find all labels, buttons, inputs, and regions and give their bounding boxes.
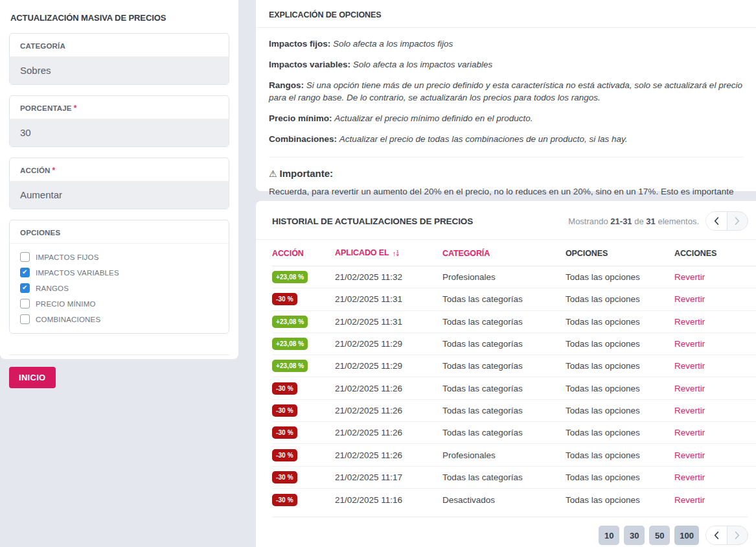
history-header: HISTORIAL DE ACTUALIZACIONES DE PRECIOS … [256,201,756,240]
explanation-term: Combinaciones: [269,134,337,144]
revert-link[interactable]: Revertir [674,384,756,393]
page-title: ACTUALIZACIÓN MASIVA DE PRECIOS [10,13,229,23]
applied-cell: 21/02/2025 11:32 [335,272,442,282]
explanation-term: Impactos fijos: [269,39,330,49]
action-cell: -30 % [272,382,335,395]
applied-cell: 21/02/2025 11:31 [335,294,442,304]
table-row: +23,08 % 21/02/2025 11:29 Todas las cate… [272,355,756,377]
action-badge: -30 % [272,426,297,439]
revert-link[interactable]: Revertir [674,406,756,415]
applied-cell: 21/02/2025 11:31 [335,317,442,327]
revert-link[interactable]: Revertir [674,339,756,349]
showing-total: 31 [646,216,655,226]
showing-range: 21-31 [610,216,632,226]
category-cell: Profesionales [442,272,566,282]
applied-cell: 21/02/2025 11:26 [335,406,442,415]
option-label: IMPACTOS VARIABLES [36,269,119,277]
explanation-divider [269,157,743,157]
table-row: +23,08 % 21/02/2025 11:29 Todas las cate… [272,333,756,355]
combinaciones-checkbox[interactable] [20,314,30,324]
page-size-10-button[interactable]: 10 [599,526,619,545]
revert-link[interactable]: Revertir [674,294,756,304]
action-badge: -30 % [272,449,297,461]
category-cell: Todas las categorías [442,472,566,482]
options-cell: Todas las opciones [566,428,674,437]
form-footer-divider [9,355,229,355]
applied-cell: 21/02/2025 11:26 [335,450,442,460]
pagination-bar: 10 30 50 100 [272,517,748,547]
category-select[interactable]: Sobres [10,57,229,84]
column-header-accion[interactable]: ACCIÓN [272,249,335,258]
important-heading: ⚠Importante: [269,168,743,179]
percentage-field-header: PORCENTAJE* [10,96,229,119]
option-precio-minimo: PRECIO MÍNIMO [20,299,218,308]
impactos-variables-checkbox[interactable] [20,268,30,277]
explanation-desc: Actualizar el precio mínimo definido en … [334,113,533,123]
explanation-term: Precio mínimo: [269,113,332,123]
previous-page-button[interactable] [706,212,727,230]
revert-link[interactable]: Revertir [674,495,756,505]
options-cell: Todas las opciones [566,495,674,505]
top-pager [705,211,748,231]
chevron-left-icon [714,217,719,225]
action-field-card: ACCIÓN* Aumentar [9,157,229,209]
revert-link[interactable]: Revertir [674,472,756,482]
previous-page-button[interactable] [706,526,727,544]
options-list: IMPACTOS FIJOS IMPACTOS VARIABLES RANGOS… [10,244,229,333]
sort-numeric-icon [393,249,399,258]
important-heading-text: Importante: [280,168,334,179]
percentage-field-card: PORCENTAJE* 30 [9,95,229,147]
precio-minimo-checkbox[interactable] [20,299,30,308]
rangos-checkbox[interactable] [20,283,30,293]
table-row: -30 % 21/02/2025 11:26 Todas las categor… [272,422,756,444]
revert-link[interactable]: Revertir [674,272,756,282]
impactos-fijos-checkbox[interactable] [20,252,30,262]
chevron-left-icon [714,531,719,539]
percentage-input[interactable]: 30 [10,119,229,146]
options-cell: Todas las opciones [566,406,674,415]
revert-link[interactable]: Revertir [674,450,756,460]
column-header-categoria[interactable]: CATEGORÍA [442,249,566,258]
action-badge: +23,08 % [272,338,308,350]
start-button[interactable]: INICIO [9,367,56,388]
table-header-row: ACCIÓN APLICADO EL CATEGORÍA OPCIONES AC… [272,240,756,266]
options-card: OPCIONES IMPACTOS FIJOS IMPACTOS VARIABL… [9,220,229,334]
explanation-desc: Actualizar el precio de todas las combin… [339,134,628,144]
action-cell: +23,08 % [272,316,335,328]
bulk-update-form-panel: ACTUALIZACIÓN MASIVA DE PRECIOS CATEGORÍ… [0,0,238,359]
required-asterisk: * [52,166,56,175]
page-size-30-button[interactable]: 30 [624,526,645,545]
history-title: HISTORIAL DE ACTUALIZACIONES DE PRECIOS [272,216,473,226]
options-cell: Todas las opciones [566,294,674,304]
category-cell: Todas las categorías [442,339,566,349]
action-badge: -30 % [272,494,297,506]
option-combinaciones: COMBINACIONES [20,314,218,324]
action-cell: -30 % [272,426,335,439]
bottom-pager [705,526,748,545]
price-update-history-panel: HISTORIAL DE ACTUALIZACIONES DE PRECIOS … [256,201,756,547]
action-badge: -30 % [272,404,297,417]
action-badge: +23,08 % [272,316,308,328]
column-header-aplicado-el[interactable]: APLICADO EL [335,248,442,258]
category-cell: Todas las categorías [442,361,566,371]
page-size-100-button[interactable]: 100 [674,526,699,545]
explanation-desc: Solo afecta a los impactos fijos [333,39,453,49]
revert-link[interactable]: Revertir [674,428,756,437]
page-size-50-button[interactable]: 50 [649,526,670,545]
revert-link[interactable]: Revertir [674,317,756,327]
next-page-button[interactable] [727,212,748,230]
explanation-item: Rangos: Si una opción tiene más de un pr… [269,79,743,104]
next-page-button[interactable] [727,526,748,544]
revert-link[interactable]: Revertir [674,361,756,371]
category-cell: Desactivados [442,495,566,505]
warning-triangle-icon: ⚠ [269,169,277,179]
explanation-term: Rangos: [269,80,304,90]
applied-cell: 21/02/2025 11:29 [335,339,442,349]
explanation-item: Impactos fijos: Solo afecta a los impact… [269,38,743,50]
explanation-header: EXPLICACIÓN DE OPCIONES [256,0,756,28]
option-label: COMBINACIONES [36,316,100,323]
action-select[interactable]: Aumentar [10,181,229,209]
applied-cell: 21/02/2025 11:17 [335,472,442,482]
explanation-item: Precio mínimo: Actualizar el precio míni… [269,112,743,124]
chevron-right-icon [735,217,740,225]
